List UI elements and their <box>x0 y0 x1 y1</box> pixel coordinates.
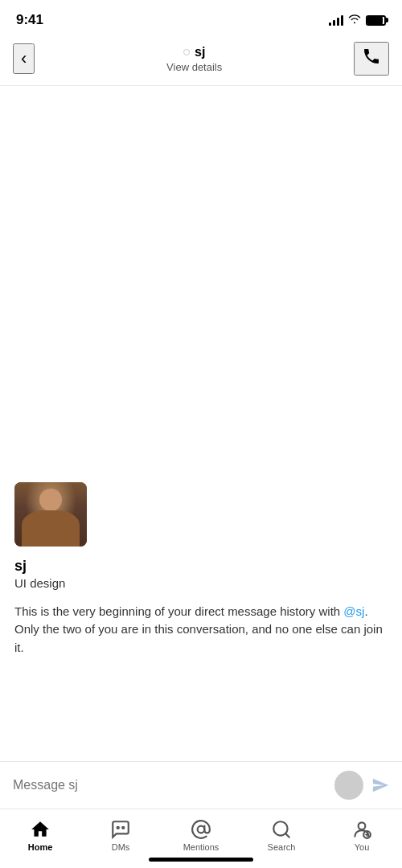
svg-point-0 <box>117 827 119 829</box>
message-input[interactable] <box>13 770 326 800</box>
nav-item-home[interactable]: Home <box>0 813 80 858</box>
status-time: 9:41 <box>16 12 43 28</box>
svg-line-4 <box>285 833 289 837</box>
home-indicator <box>149 858 253 862</box>
you-icon <box>351 819 372 840</box>
nav-item-you[interactable]: You <box>322 813 402 858</box>
svg-point-1 <box>122 827 124 829</box>
home-icon <box>30 819 51 840</box>
message-input-bar <box>0 761 402 809</box>
nav-item-mentions[interactable]: Mentions <box>161 813 241 858</box>
mention-link[interactable]: @sj <box>343 604 364 618</box>
emoji-button[interactable] <box>334 771 363 800</box>
view-details-link[interactable]: View details <box>166 61 222 73</box>
send-button[interactable] <box>371 776 389 794</box>
battery-icon <box>366 15 386 26</box>
status-icons <box>329 14 386 27</box>
avatar <box>14 482 87 547</box>
send-icon <box>371 776 389 794</box>
signal-bars-icon <box>329 14 343 26</box>
nav-item-dms[interactable]: DMs <box>80 813 161 858</box>
wifi-icon <box>348 14 361 27</box>
header-center: sj View details <box>166 45 222 73</box>
call-button[interactable] <box>354 42 389 76</box>
profile-name: sj <box>14 558 27 575</box>
chat-header: ‹ sj View details <box>0 35 402 86</box>
nav-label-dms: DMs <box>112 842 130 852</box>
svg-point-5 <box>359 822 366 829</box>
back-button[interactable]: ‹ <box>13 43 35 74</box>
dm-intro-text: This is the very beginning of your direc… <box>14 603 388 657</box>
profile-bio: UI design <box>14 576 65 590</box>
profile-section: sj UI design This is the very beginning … <box>14 482 388 657</box>
phone-icon <box>362 47 381 66</box>
svg-point-2 <box>198 826 205 833</box>
nav-label-home: Home <box>28 842 53 852</box>
nav-item-search[interactable]: Search <box>241 813 322 858</box>
dms-icon <box>110 819 131 840</box>
chat-area: sj UI design This is the very beginning … <box>0 86 402 689</box>
nav-label-you: You <box>355 842 370 852</box>
mentions-icon <box>191 819 211 840</box>
nav-label-mentions: Mentions <box>183 842 219 852</box>
header-user-row: sj <box>183 45 205 59</box>
status-bar: 9:41 <box>0 0 402 35</box>
online-status-dot <box>183 49 190 55</box>
intro-text-start: This is the very beginning of your direc… <box>14 604 343 618</box>
search-icon <box>271 819 292 840</box>
header-username: sj <box>195 45 205 59</box>
nav-label-search: Search <box>268 842 296 852</box>
